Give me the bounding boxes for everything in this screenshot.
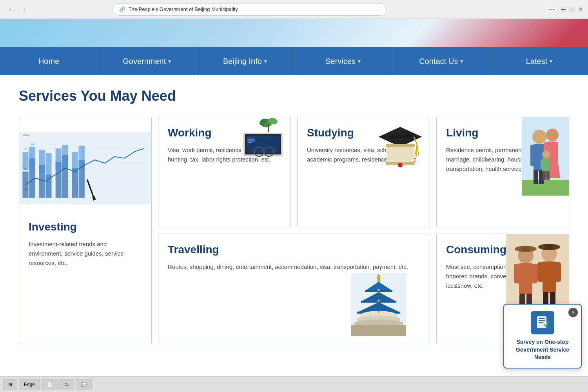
card-investing[interactable]: Colu... 50 60 70 100 price... Investing … xyxy=(19,117,152,344)
svg-rect-74 xyxy=(543,171,546,180)
survey-text: Survey on One-stop Government Service Ne… xyxy=(510,338,575,361)
taskbar-item-3[interactable]: 💬 xyxy=(76,379,92,390)
minimize-button[interactable]: — xyxy=(561,7,566,12)
close-button[interactable]: ✕ xyxy=(578,7,583,12)
studying-image xyxy=(375,121,426,168)
window-buttons: — ⬜ ✕ xyxy=(561,7,583,12)
svg-rect-38 xyxy=(247,139,253,140)
nav-item-latest[interactable]: Latest ▾ xyxy=(490,47,588,75)
svg-rect-92 xyxy=(351,325,406,336)
svg-rect-7 xyxy=(22,152,28,170)
svg-text:price...: price... xyxy=(24,188,31,190)
svg-rect-101 xyxy=(514,264,520,283)
survey-close-button[interactable]: × xyxy=(568,308,578,317)
services-chevron-icon: ▾ xyxy=(358,58,361,64)
svg-line-54 xyxy=(417,145,419,156)
nav-item-contact-us[interactable]: Contact Us ▾ xyxy=(392,47,490,75)
nav-beijing-info-label: Beijing Info xyxy=(223,57,262,66)
living-image xyxy=(522,117,569,196)
svg-point-56 xyxy=(398,163,403,167)
svg-text:70: 70 xyxy=(24,148,27,151)
nav-item-home[interactable]: Home xyxy=(0,47,98,75)
travelling-desc: Routes, shopping, dining, entertainment,… xyxy=(168,262,420,272)
back-button[interactable]: ‹ xyxy=(5,4,16,15)
browser-chrome: ‹ › 🔗 The People's Government of Beijing… xyxy=(0,0,588,19)
svg-rect-32 xyxy=(268,124,269,132)
svg-point-65 xyxy=(546,129,559,141)
svg-text:60: 60 xyxy=(31,155,33,157)
svg-rect-61 xyxy=(530,145,535,166)
nav-item-government[interactable]: Government ▾ xyxy=(98,47,196,75)
survey-popup: × Survey on One-stop Government Service … xyxy=(503,304,582,368)
taskbar-item-2[interactable]: 🗂 xyxy=(59,379,74,390)
investing-desc: Investment-related trends and environmen… xyxy=(29,240,142,268)
svg-text:Colu...: Colu... xyxy=(22,133,30,136)
svg-text:50: 50 xyxy=(24,168,27,170)
svg-rect-72 xyxy=(541,160,544,169)
maximize-button[interactable]: ⬜ xyxy=(569,7,575,12)
card-living[interactable]: Living Residence permit, permanent resid… xyxy=(436,117,569,227)
svg-point-94 xyxy=(377,299,380,302)
browser-controls: ⋯ xyxy=(549,6,554,13)
svg-rect-16 xyxy=(62,145,68,168)
card-working[interactable]: Chart Working Visa, work permit, residen… xyxy=(158,117,291,227)
svg-rect-11 xyxy=(39,150,45,173)
svg-rect-110 xyxy=(555,262,561,282)
address-bar: 🔗 The People's Government of Beijing Mun… xyxy=(113,3,387,16)
taskbar: ⊞ Edge 📄 🗂 💬 xyxy=(0,376,588,392)
link-icon: 🔗 xyxy=(119,6,125,12)
svg-rect-114 xyxy=(539,318,545,319)
svg-rect-50 xyxy=(386,144,415,147)
svg-rect-58 xyxy=(522,180,569,196)
taskbar-home-button[interactable]: ⊞ xyxy=(3,379,17,390)
nav-services-label: Services xyxy=(325,57,356,66)
svg-rect-109 xyxy=(537,262,544,282)
card-travelling[interactable]: Travelling Routes, shopping, dining, ent… xyxy=(158,234,430,344)
government-chevron-icon: ▾ xyxy=(168,58,171,64)
url-text: The People's Government of Beijing Munic… xyxy=(129,6,238,12)
svg-rect-108 xyxy=(543,261,556,293)
svg-rect-37 xyxy=(247,138,254,138)
survey-icon xyxy=(531,311,554,334)
svg-rect-102 xyxy=(531,264,537,283)
nav-latest-label: Latest xyxy=(526,57,547,66)
forward-button[interactable]: › xyxy=(19,4,30,15)
svg-rect-39 xyxy=(247,141,255,142)
working-image: Chart xyxy=(236,117,290,160)
svg-rect-100 xyxy=(519,263,532,294)
beijing-info-chevron-icon: ▾ xyxy=(264,58,267,64)
svg-point-70 xyxy=(542,151,550,158)
svg-rect-75 xyxy=(546,171,550,180)
svg-rect-99 xyxy=(522,247,530,251)
travelling-image xyxy=(351,273,406,336)
card-studying[interactable]: Studying University resources, visa, sch… xyxy=(297,117,430,227)
cards-grid: Colu... 50 60 70 100 price... Investing … xyxy=(19,117,569,344)
main-content: Services You May Need xyxy=(0,75,588,357)
svg-rect-63 xyxy=(534,170,538,184)
finance-chart-decoration: Colu... 50 60 70 100 price... xyxy=(19,125,151,211)
nav-item-beijing-info[interactable]: Beijing Info ▾ xyxy=(196,47,294,75)
svg-rect-115 xyxy=(539,320,545,321)
extensions-button[interactable]: ⋯ xyxy=(549,6,554,13)
svg-point-59 xyxy=(532,130,546,144)
nav-government-label: Government xyxy=(123,57,166,66)
taskbar-item-1[interactable]: 📄 xyxy=(42,379,58,390)
hero-banner xyxy=(0,19,588,47)
latest-chevron-icon: ▾ xyxy=(550,58,552,64)
navbar: Home Government ▾ Beijing Info ▾ Service… xyxy=(0,47,588,75)
svg-text:100: 100 xyxy=(31,143,35,145)
svg-rect-49 xyxy=(387,145,414,164)
svg-point-93 xyxy=(377,289,380,291)
svg-point-95 xyxy=(377,310,380,313)
svg-rect-116 xyxy=(539,322,543,323)
nav-item-services[interactable]: Services ▾ xyxy=(294,47,392,75)
consuming-image xyxy=(506,234,569,312)
travelling-title: Travelling xyxy=(168,243,420,256)
svg-rect-40 xyxy=(247,142,252,143)
svg-rect-15 xyxy=(56,148,62,170)
investing-title: Investing xyxy=(29,221,142,233)
taskbar-browser-button[interactable]: Edge xyxy=(19,379,40,390)
svg-rect-107 xyxy=(545,245,553,249)
svg-rect-68 xyxy=(551,142,555,162)
nav-contact-label: Contact Us xyxy=(419,57,458,66)
